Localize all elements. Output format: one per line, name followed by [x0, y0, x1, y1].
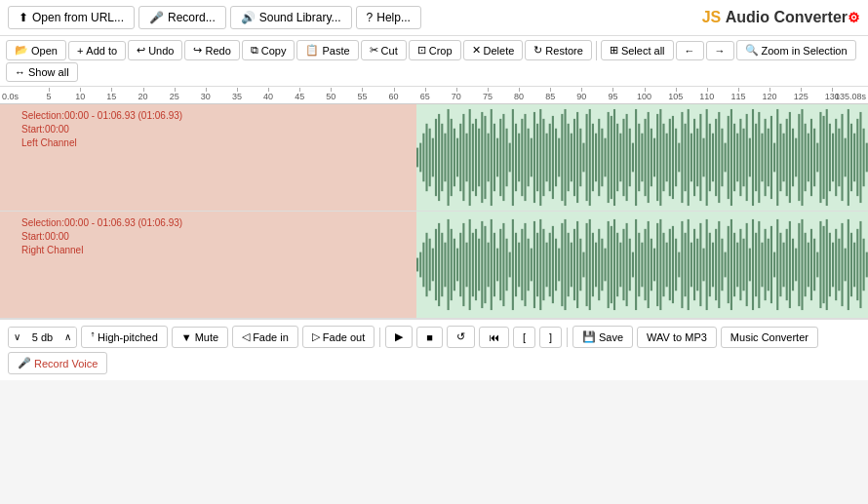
open-url-button[interactable]: ⬆ Open from URL... — [8, 6, 135, 29]
left-selection-text: Selection:00:00 - 01:06.93 (01:06.93) — [21, 109, 182, 123]
delete-button[interactable]: ✕ Delete — [463, 40, 524, 60]
help-icon: ? — [367, 11, 374, 24]
copy-button[interactable]: ⧉ Copy — [242, 40, 296, 60]
add-to-button[interactable]: + Add to — [68, 41, 126, 60]
svg-rect-140 — [848, 109, 849, 206]
svg-rect-143 — [856, 119, 858, 196]
zoom-next-button[interactable]: → — [706, 41, 734, 60]
left-waveform — [416, 104, 868, 211]
svg-rect-199 — [576, 221, 578, 308]
left-start-text: Start:00:00 — [21, 123, 182, 136]
svg-rect-109 — [752, 109, 754, 206]
top-nav: ⬆ Open from URL... 🎤 Record... 🔊 Sound L… — [0, 0, 868, 36]
svg-rect-30 — [509, 143, 511, 173]
zoom-prev-button[interactable]: ← — [676, 41, 704, 60]
svg-rect-70 — [632, 143, 634, 173]
svg-rect-171 — [491, 219, 493, 310]
svg-rect-156 — [445, 243, 447, 288]
svg-rect-257 — [755, 233, 757, 296]
crop-icon: ⊡ — [417, 44, 426, 57]
undo-button[interactable]: ↩ Undo — [128, 40, 182, 60]
loop-button[interactable]: ↺ — [447, 326, 475, 348]
svg-rect-25 — [493, 124, 495, 191]
zoom-in-selection-button[interactable]: 🔍 Zoom in Selection — [736, 40, 856, 60]
fade-out-button[interactable]: ▷ Fade out — [302, 326, 375, 348]
help-button[interactable]: ? Help... — [356, 6, 421, 29]
wav-to-mp3-button[interactable]: WAV to MP3 — [637, 327, 717, 348]
svg-rect-105 — [740, 119, 742, 196]
svg-rect-135 — [832, 134, 834, 182]
sound-library-button[interactable]: 🔊 Sound Library... — [230, 6, 352, 29]
svg-rect-79 — [659, 109, 661, 206]
svg-rect-45 — [555, 129, 557, 186]
open-button[interactable]: 📂 Open — [6, 40, 66, 60]
redo-button[interactable]: ↪ Redo — [184, 40, 239, 60]
save-icon: 💾 — [582, 330, 596, 343]
bracket-close-button[interactable]: ] — [539, 327, 562, 348]
svg-rect-212 — [616, 233, 618, 296]
svg-rect-62 — [608, 112, 610, 203]
left-channel-track[interactable]: Selection:00:00 - 01:06.93 (01:06.93) St… — [0, 104, 868, 212]
svg-rect-80 — [663, 124, 665, 191]
db-up-button[interactable]: ∧ — [59, 328, 76, 346]
select-all-button[interactable]: ⊞ Select all — [601, 40, 674, 60]
svg-rect-185 — [533, 221, 535, 308]
bracket-close-icon: ] — [549, 331, 552, 343]
svg-rect-31 — [512, 109, 514, 206]
svg-rect-54 — [583, 143, 585, 173]
cut-button[interactable]: ✂ Cut — [361, 40, 407, 60]
svg-rect-2 — [422, 134, 424, 182]
svg-rect-74 — [645, 119, 647, 196]
svg-rect-6 — [435, 119, 437, 196]
svg-rect-35 — [525, 114, 527, 201]
delete-icon: ✕ — [472, 44, 481, 57]
svg-rect-290 — [856, 229, 858, 300]
play-button[interactable]: ▶ — [385, 326, 413, 348]
svg-rect-167 — [478, 239, 480, 291]
music-converter-button[interactable]: Music Converter — [721, 327, 818, 348]
svg-rect-289 — [853, 243, 855, 288]
high-pitched-button[interactable]: ꜛ High-pitched — [81, 326, 168, 348]
ruler-start-label: 0.0s — [2, 92, 19, 101]
copy-icon: ⧉ — [251, 44, 258, 57]
fadeout-icon: ▷ — [312, 330, 320, 343]
svg-rect-58 — [595, 134, 597, 182]
left-track-info: Selection:00:00 - 01:06.93 (01:06.93) St… — [21, 109, 182, 150]
zoom-next-icon: → — [715, 45, 726, 57]
record-voice-button[interactable]: 🎤 Record Voice — [8, 352, 107, 374]
svg-rect-164 — [469, 219, 471, 310]
svg-rect-131 — [820, 112, 822, 203]
bracket-open-button[interactable]: [ — [513, 327, 535, 348]
svg-rect-191 — [552, 226, 554, 303]
db-down-button[interactable]: ∨ — [9, 328, 25, 346]
svg-rect-231 — [675, 239, 677, 291]
record-button[interactable]: 🎤 Record... — [138, 6, 226, 29]
svg-rect-205 — [595, 243, 597, 288]
svg-rect-103 — [733, 124, 735, 191]
paste-button[interactable]: 📋 Paste — [296, 40, 358, 60]
begin-button[interactable]: ⏮ — [479, 327, 509, 348]
restore-button[interactable]: ↻ Restore — [525, 40, 592, 60]
right-waveform — [416, 212, 868, 318]
undo-icon: ↩ — [137, 44, 145, 57]
svg-rect-280 — [826, 219, 828, 310]
svg-rect-180 — [518, 243, 520, 288]
show-all-icon: ↔ — [15, 66, 25, 78]
crop-button[interactable]: ⊡ Crop — [409, 40, 461, 60]
open-icon: 📂 — [15, 44, 28, 57]
right-channel-track[interactable]: Selection:00:00 - 01:06.93 (01:06.93) St… — [0, 212, 868, 319]
svg-rect-89 — [690, 134, 692, 182]
show-all-button[interactable]: ↔ Show all — [6, 62, 78, 82]
stop-button[interactable]: ■ — [416, 327, 443, 348]
svg-rect-4 — [429, 129, 431, 186]
mute-button[interactable]: ▼ Mute — [172, 327, 228, 348]
svg-rect-281 — [829, 233, 831, 296]
fade-in-button[interactable]: ◁ Fade in — [232, 326, 298, 348]
svg-rect-149 — [422, 243, 424, 288]
svg-rect-98 — [718, 112, 720, 203]
svg-rect-11 — [451, 119, 453, 196]
svg-rect-204 — [592, 233, 594, 296]
svg-rect-190 — [549, 233, 551, 296]
svg-rect-133 — [826, 109, 828, 206]
save-button[interactable]: 💾 Save — [572, 326, 633, 348]
